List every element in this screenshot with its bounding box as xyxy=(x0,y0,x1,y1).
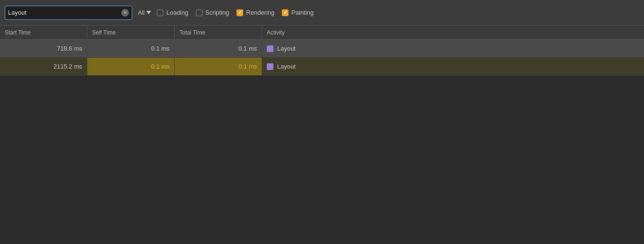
col-header-self-time: Self Time xyxy=(87,26,175,39)
dropdown-label: All xyxy=(138,9,144,16)
clear-icon[interactable] xyxy=(121,9,129,17)
filter-label-rendering: Rendering xyxy=(246,9,274,16)
table-header: Start Time Self Time Total Time Activity xyxy=(0,26,644,40)
dropdown-arrow-icon xyxy=(146,11,151,14)
col-header-total-time: Total Time xyxy=(175,26,262,39)
filter-item-painting[interactable]: Painting xyxy=(282,9,314,16)
filter-item-scripting[interactable]: Scripting xyxy=(196,9,229,16)
cell-total-time-2: 0.1 ms xyxy=(175,58,262,75)
cell-activity-2: Layout xyxy=(262,58,644,75)
filter-label-scripting: Scripting xyxy=(205,9,229,16)
cell-total-time-1: 0.1 ms xyxy=(175,40,262,57)
table-row[interactable]: 718.6 ms 0.1 ms 0.1 ms Layout xyxy=(0,40,644,58)
checkbox-painting[interactable] xyxy=(282,9,288,16)
activity-table: Start Time Self Time Total Time Activity… xyxy=(0,26,644,76)
search-input-wrapper[interactable] xyxy=(5,6,132,20)
col-header-start-time: Start Time xyxy=(0,26,87,39)
filter-item-loading[interactable]: Loading xyxy=(157,9,188,16)
search-input[interactable] xyxy=(8,9,121,16)
cell-start-time-1: 718.6 ms xyxy=(0,40,87,57)
filter-dropdown[interactable]: All xyxy=(138,9,151,16)
filter-label-painting: Painting xyxy=(291,9,314,16)
cell-start-time-2: 2115.2 ms xyxy=(0,58,87,75)
cell-activity-1: Layout xyxy=(262,40,644,57)
activity-color-box-2 xyxy=(267,63,273,70)
cell-self-time-2: 0.1 ms xyxy=(87,58,175,75)
col-header-activity: Activity xyxy=(262,26,644,39)
cell-self-time-1: 0.1 ms xyxy=(87,40,175,57)
filter-label-loading: Loading xyxy=(166,9,188,16)
toolbar: All Loading Scripting Rendering Painting xyxy=(0,0,644,26)
checkbox-loading[interactable] xyxy=(157,9,163,16)
activity-color-box-1 xyxy=(267,45,273,52)
table-row[interactable]: 2115.2 ms 0.1 ms 0.1 ms Layout xyxy=(0,58,644,76)
checkbox-scripting[interactable] xyxy=(196,9,203,16)
checkbox-rendering[interactable] xyxy=(237,9,243,16)
filter-group: Loading Scripting Rendering Painting xyxy=(157,9,314,16)
filter-item-rendering[interactable]: Rendering xyxy=(237,9,274,16)
